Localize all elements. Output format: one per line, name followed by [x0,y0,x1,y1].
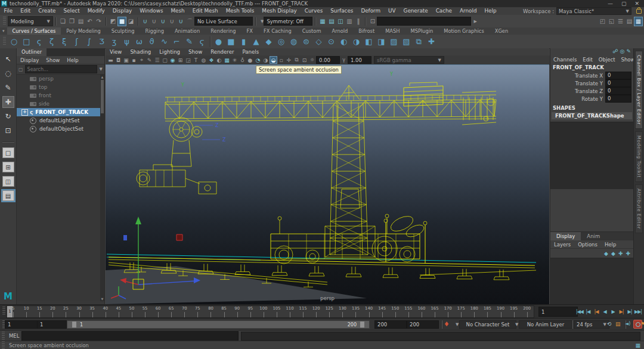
gamma-icon[interactable]: γ [340,56,348,64]
snap-icon[interactable]: ∪ [150,17,159,26]
shelf-tool-icon[interactable]: ϛ [196,35,208,48]
outliner-menu-item[interactable]: Display [17,57,42,63]
layer-list[interactable] [550,258,634,305]
playback-button[interactable]: |◀◀ [575,306,584,317]
shelf-tool-icon[interactable]: ■ [225,35,237,48]
outliner-search-input[interactable] [25,65,97,73]
shelf-tool-icon[interactable]: ω [133,35,145,48]
tool-icon[interactable]: ↻ [2,110,14,122]
file-icon[interactable]: ❐ [67,17,76,26]
menu-item[interactable]: Mesh Tools [222,7,258,15]
layer-action-icon[interactable]: ✚ [618,251,623,257]
scroll-down-icon[interactable]: ▼ [100,297,104,301]
timeline-tick[interactable]: 145 [376,306,389,317]
shelf-tab[interactable]: FX [242,27,258,35]
sidebar-toggle-icon[interactable]: ▦ [634,17,643,26]
tool-icon[interactable]: ↖ [2,53,14,65]
shelf-tab[interactable]: Poly Modeling [61,27,106,35]
render-icon[interactable]: ▥ [345,17,354,26]
shelf-tool-icon[interactable]: ◐ [338,35,350,48]
outliner-item[interactable]: defaultObjectSet [17,125,104,133]
shelf-tab[interactable]: Curves / Surfaces [7,27,61,35]
playback-button[interactable]: ▶| [617,306,626,317]
shelf-tool-icon[interactable]: ● [212,35,225,48]
scrollbar-thumb[interactable] [101,80,104,113]
exposure-icon[interactable]: ☼ [308,56,316,64]
channelbox-menu-item[interactable]: Channels [550,57,580,63]
viewport-toolbar-icon[interactable]: ▢ [161,56,169,64]
playback-end-field[interactable]: 200 [374,320,407,329]
shelf-tool-icon[interactable]: ψ [120,35,133,48]
playblast-icon[interactable]: ▤ [615,321,621,327]
shelf-tool-icon[interactable]: ✎ [183,35,196,48]
file-icon[interactable]: ▤ [76,17,85,26]
sidebar-vertical-tab[interactable]: Attribute Editor [635,184,643,233]
shelf-tool-icon[interactable]: ▮ [237,35,250,48]
animation-end-field[interactable]: 200 [407,320,439,329]
shelf-tool-icon[interactable]: ʒ [108,35,120,48]
viewport-toolbar-icon[interactable]: ▦ [223,56,231,64]
timeline-tick[interactable]: 20 [46,306,59,317]
file-icon[interactable]: ❏ [58,17,67,26]
animation-start-field[interactable]: 1 [5,320,38,329]
layer-editor-menu-item[interactable]: Options [574,242,601,248]
viewport-menu-item[interactable]: Show [184,49,206,55]
shelf-tool-icon[interactable]: ▨ [388,35,400,48]
viewport-toolbar-icon[interactable]: ◍ [200,56,208,64]
shelf-tool-icon[interactable]: ʃ [70,35,83,48]
viewport-toolbar-icon[interactable]: ◔ [254,56,262,64]
shelf-tool-icon[interactable]: ς [33,35,45,48]
timeline-tick[interactable]: 125 [323,306,336,317]
snap-icon[interactable]: ∪ [177,17,185,26]
menu-item[interactable]: Cache [432,7,456,15]
timeline-tick[interactable]: 185 [481,306,494,317]
channel-value-field[interactable]: 0 [605,87,631,95]
current-frame-field[interactable]: 1 [538,307,578,317]
viewport-toolbar-icon[interactable]: ❖ [208,56,215,64]
shelf-tab[interactable]: Bifrost [353,27,380,35]
viewport-toolbar-icon[interactable]: ▬ [107,56,114,64]
shelf-tool-icon[interactable]: ⊙ [325,35,338,48]
shelf-tool-icon[interactable]: Ʒ [95,35,108,48]
layout-shortcut-icon[interactable]: ⊞ [2,162,14,172]
timeline-tick[interactable]: 175 [454,306,467,317]
outliner-menu-item[interactable]: Help [63,57,82,63]
current-frame-marker[interactable]: 1 [7,306,13,317]
timeline-tick[interactable]: 160 [415,306,428,317]
timeline-tick[interactable]: 135 [349,306,362,317]
render-icon[interactable]: ▤ [327,17,336,26]
channelbox-icon[interactable]: ◎ [620,48,625,55]
timeline-tick[interactable]: 180 [467,306,481,317]
outliner-item[interactable]: front [17,91,104,100]
section-grip[interactable] [3,17,6,26]
viewport-menu-item[interactable]: View [106,49,126,55]
timeline-tick[interactable]: 50 [125,306,138,317]
tool-icon[interactable]: ◌ [2,67,14,79]
shelf-tool-icon[interactable]: □ [20,35,33,48]
shelf-tool-icon[interactable]: ⌐ [171,35,183,48]
shelf-tool-icon[interactable]: ∫ [83,35,95,48]
viewport-toolbar-icon[interactable]: ◐ [215,56,223,64]
timeline-tick[interactable]: 45 [112,306,125,317]
paint-effects-icon[interactable]: ⊡ [368,17,377,26]
menu-set-selector[interactable]: Modeling▼ [8,16,53,26]
maximize-button[interactable]: ▢ [621,1,627,7]
menu-item[interactable]: Mesh [167,7,188,15]
shelf-tool-icon[interactable]: ◎ [275,35,287,48]
timeline-tick[interactable]: 115 [296,306,309,317]
viewport-toolbar-icon[interactable]: ▪ [130,56,138,64]
selected-node-name[interactable]: FRONT_OF_TRACK [550,63,633,72]
snap-icon[interactable]: ∪ [141,17,150,26]
shelf-tab[interactable]: FX Caching [258,27,297,35]
playback-loop-icon[interactable]: ⟲ [607,321,612,327]
script-editor-icon[interactable]: ▦ [635,342,640,348]
symmetry-field[interactable]: Symmetry: Off [264,17,312,26]
timeline-ruler[interactable]: 5101520253035404550556065707580859095100… [6,305,534,318]
playback-start-field[interactable]: 1 [37,320,68,329]
undo-redo-icon[interactable]: ↷ [94,17,103,26]
sidebar-toggle-icon[interactable]: ▤ [625,17,634,26]
shelf-tool-icon[interactable]: ∿ [158,35,171,48]
lock-workspace-icon[interactable] [636,9,642,14]
timeline-tick[interactable]: 65 [165,306,178,317]
timeline-tick[interactable]: 55 [138,306,151,317]
